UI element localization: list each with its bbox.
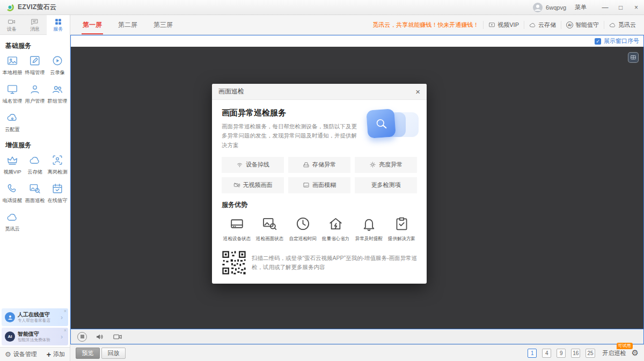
service-item-cloud-recording[interactable]: 云录像: [46, 55, 69, 76]
screen-layout-icon[interactable]: [628, 52, 639, 63]
shortcut-video-vip[interactable]: 视频VIP: [483, 21, 524, 29]
cloud-gear-icon: [6, 112, 18, 124]
split-25-button[interactable]: 25: [586, 349, 595, 358]
service-item-local-album[interactable]: 本地相册: [1, 55, 24, 76]
capture-camera-icon[interactable]: [113, 332, 122, 342]
plus-icon: +: [47, 350, 51, 359]
nav-label: 消息: [30, 27, 40, 32]
stop-button[interactable]: [77, 332, 87, 342]
banner-ai-guard[interactable]: AI 智能值守 智能算法免费体验 › ×: [2, 328, 68, 345]
start-inspection-button[interactable]: 开启巡检 可试用: [603, 349, 626, 357]
vip-icon: [488, 21, 495, 28]
tab-screen-1[interactable]: 第一屏: [75, 15, 110, 34]
dialog-close-icon[interactable]: ×: [415, 88, 420, 96]
chevron-right-icon: ›: [61, 333, 63, 341]
cloud-icon: [29, 154, 41, 166]
device-management-button[interactable]: ⚙ 设备管理: [5, 350, 37, 358]
add-label: 添加: [53, 350, 65, 358]
person-detect-icon: [52, 154, 63, 166]
check-blur[interactable]: 画面模糊: [288, 177, 350, 193]
service-item-video-vip[interactable]: 视频VIP: [1, 154, 24, 176]
bell-icon: [361, 216, 377, 232]
users-icon: [52, 83, 63, 95]
maximize-button[interactable]: □: [613, 0, 628, 15]
service-item-absence-detection[interactable]: 离岗检测: [46, 154, 69, 176]
cloud-icon: [6, 211, 18, 223]
split-4-button[interactable]: 4: [542, 349, 551, 358]
split-16-button[interactable]: 16: [571, 349, 580, 358]
service-item-user-management[interactable]: 用户管理: [24, 83, 46, 105]
tab-preview[interactable]: 预览: [76, 348, 100, 359]
service-item-screen-inspection[interactable]: 画面巡检: [24, 183, 46, 204]
preview-toolbar: [71, 329, 643, 344]
check-brightness-abnormal[interactable]: 亮度异常: [355, 157, 417, 173]
tab-screen-3[interactable]: 第三屏: [145, 15, 181, 34]
crown-icon: [6, 154, 18, 166]
service-item-online-guard[interactable]: 在线值守: [46, 183, 69, 204]
avatar[interactable]: [533, 3, 543, 12]
shortcut-mixin-cloud[interactable]: 觅讯云: [604, 21, 641, 29]
banner-close-icon[interactable]: ×: [64, 308, 67, 314]
bottom-bar: 预览 回放 1 4 9 16 25 开启巡检 可试用 ⚙: [70, 344, 644, 361]
photo-icon: [6, 55, 18, 67]
monitor-icon: [6, 83, 18, 95]
show-window-number-checkbox[interactable]: ✓: [595, 38, 601, 45]
dialog-title: 画面巡检: [218, 87, 244, 96]
message-icon: [31, 18, 39, 26]
sidebar-footer: ⚙ 设备管理 + 添加: [0, 347, 70, 361]
tab-playback[interactable]: 回放: [101, 348, 126, 359]
service-item-phone-reminder[interactable]: 电话提醒: [1, 183, 24, 204]
phone-icon: [6, 183, 18, 194]
check-storage-abnormal[interactable]: 存储异常: [288, 157, 350, 173]
video-canvas[interactable]: 画面巡检 × 画面异常巡检服务 画面异常巡检服务，每日帮您检测设备，预防以下及更…: [71, 47, 643, 329]
blur-icon: [303, 182, 310, 189]
nav-item-service[interactable]: 服务: [47, 15, 70, 35]
split-9-button[interactable]: 9: [557, 349, 566, 358]
promo-banner-text[interactable]: 觅讯云，共享就能赚钱！快来开通赚钱！: [372, 21, 479, 29]
play-circle-icon: [52, 55, 63, 67]
device-box-icon: [229, 216, 245, 232]
nav-item-device[interactable]: 设备: [0, 15, 23, 34]
minimize-button[interactable]: —: [597, 0, 613, 15]
banner-title: 智能值守: [18, 331, 58, 337]
inspection-settings-gear-icon[interactable]: ⚙: [632, 348, 639, 358]
split-1-button[interactable]: 1: [528, 349, 537, 358]
service-item-domain-management[interactable]: 域名管理: [1, 83, 24, 105]
service-item-mixin-cloud[interactable]: 觅讯云: [1, 211, 24, 233]
menu-button[interactable]: 菜单: [575, 3, 587, 11]
ai-icon: AI: [5, 331, 15, 342]
person-icon: [5, 312, 15, 322]
advantage-image-status: 巡检画面状态: [254, 216, 285, 242]
check-no-video[interactable]: 无视频画面: [222, 177, 284, 193]
primary-nav: 设备 消息 服务: [0, 15, 70, 35]
edit-icon: [29, 55, 41, 67]
advantage-solution: 提供解决方案: [386, 216, 417, 242]
check-more-items[interactable]: 更多检测项: [355, 177, 417, 193]
service-item-cloud-config[interactable]: 云配置: [1, 112, 24, 133]
speaker-icon[interactable]: [95, 332, 105, 342]
gear-icon: ⚙: [5, 350, 11, 358]
service-item-terminal-management[interactable]: 终端管理: [24, 55, 46, 76]
close-button[interactable]: ×: [628, 0, 644, 15]
tab-screen-2[interactable]: 第二屏: [110, 15, 145, 34]
service-item-cloud-storage[interactable]: 云存储: [24, 154, 46, 176]
viewer-option-row: ✓ 展示窗口序号: [71, 35, 643, 47]
nav-item-message[interactable]: 消息: [23, 15, 46, 34]
shortcut-ai-guard[interactable]: AI 智能值守: [561, 21, 604, 29]
shortcut-cloud-storage[interactable]: 云存储: [524, 21, 561, 29]
username[interactable]: 6wqpvg: [546, 4, 566, 11]
screen-tabbar: 第一屏 第二屏 第三屏 觅讯云，共享就能赚钱！快来开通赚钱！ 视频VIP 云存储…: [70, 15, 644, 35]
banner-manual-guard[interactable]: 人工在线值守 专人帮您看家看店 › ×: [2, 308, 68, 326]
camera-icon: [8, 18, 16, 26]
banner-close-icon[interactable]: ×: [64, 328, 67, 333]
check-device-offline[interactable]: 设备掉线: [222, 157, 284, 173]
screen-inspection-dialog: 画面巡检 × 画面异常巡检服务 画面异常巡检服务，每日帮您检测设备，预防以下及更…: [212, 84, 427, 284]
banner-subtitle: 智能算法免费体验: [18, 337, 56, 342]
advantage-alert: 异常及时提醒: [354, 216, 384, 242]
sidebar: 设备 消息 服务 基础服务 本地相册: [0, 15, 70, 361]
add-device-button[interactable]: + 添加: [47, 350, 65, 359]
calendar-check-icon: [52, 183, 63, 194]
image-search-icon: [262, 216, 277, 232]
service-item-group-management[interactable]: 群组管理: [46, 83, 69, 105]
inspection-hero-graphic: [361, 108, 417, 142]
